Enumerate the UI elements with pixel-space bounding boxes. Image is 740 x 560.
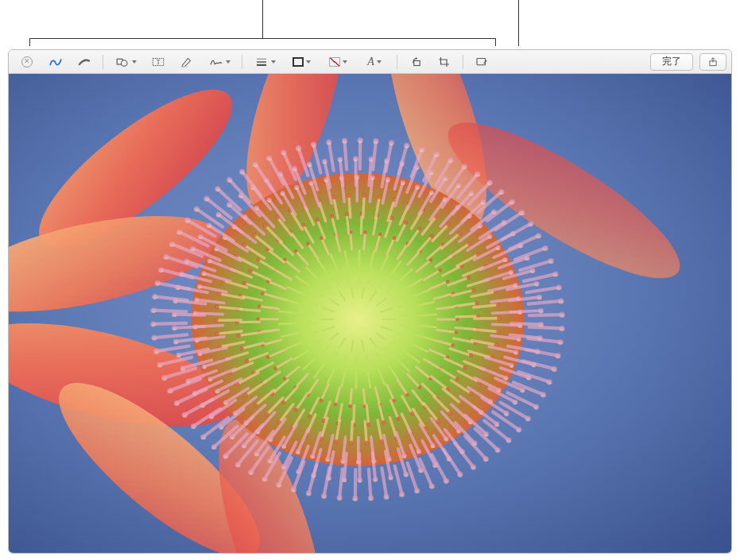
svg-point-340 xyxy=(154,280,160,286)
svg-point-326 xyxy=(223,454,228,459)
svg-point-76 xyxy=(294,408,298,412)
callout-bracket-right xyxy=(495,38,496,46)
svg-point-308 xyxy=(494,422,500,427)
svg-point-144 xyxy=(263,223,268,228)
svg-point-287 xyxy=(443,176,448,181)
svg-point-209 xyxy=(308,180,313,185)
svg-point-250 xyxy=(267,458,273,463)
draw-icon xyxy=(77,56,91,68)
svg-point-35 xyxy=(283,377,287,380)
svg-point-164 xyxy=(496,303,501,307)
draw-button[interactable] xyxy=(71,53,98,71)
svg-point-130 xyxy=(243,393,248,398)
shapes-button[interactable] xyxy=(108,53,143,71)
image-canvas[interactable]: (function(){ var ns="http://www.w3.org/2… xyxy=(9,74,731,553)
svg-point-199 xyxy=(201,271,206,276)
line-style-button[interactable] xyxy=(247,53,282,71)
chevron-down-icon xyxy=(226,60,231,64)
svg-point-390 xyxy=(483,456,489,462)
chevron-down-icon xyxy=(343,60,347,64)
svg-point-81 xyxy=(245,359,249,363)
svg-point-207 xyxy=(280,191,285,195)
svg-point-62 xyxy=(455,330,459,334)
svg-point-184 xyxy=(281,444,286,449)
svg-point-351 xyxy=(253,161,258,167)
svg-point-324 xyxy=(248,469,254,475)
svg-point-369 xyxy=(509,199,515,204)
svg-point-281 xyxy=(353,156,358,161)
annotate-button[interactable] xyxy=(468,53,495,71)
svg-point-192 xyxy=(202,364,207,369)
svg-point-233 xyxy=(503,376,508,380)
share-icon xyxy=(707,56,719,68)
svg-point-58 xyxy=(446,280,450,284)
rotate-button[interactable] xyxy=(402,53,429,71)
text-button[interactable]: T xyxy=(145,53,172,71)
svg-point-242 xyxy=(388,475,393,481)
done-button[interactable]: 完了 xyxy=(650,53,693,71)
svg-point-289 xyxy=(469,191,475,196)
svg-point-166 xyxy=(496,330,501,334)
svg-point-190 xyxy=(215,388,219,393)
svg-point-315 xyxy=(384,494,389,500)
svg-point-224 xyxy=(503,257,508,262)
text-style-button[interactable]: A xyxy=(357,53,392,71)
sketch-icon xyxy=(48,56,63,68)
svg-point-173 xyxy=(444,436,448,441)
svg-point-174 xyxy=(430,443,435,448)
svg-point-145 xyxy=(275,215,280,220)
svg-point-345 xyxy=(184,218,190,223)
svg-point-375 xyxy=(552,271,558,276)
svg-point-348 xyxy=(215,186,220,191)
svg-rect-9 xyxy=(477,58,486,64)
close-button[interactable]: ✕ xyxy=(14,53,41,71)
svg-point-200 xyxy=(207,258,212,263)
share-button[interactable] xyxy=(699,53,726,71)
svg-point-383 xyxy=(547,379,552,384)
svg-point-150 xyxy=(347,193,351,198)
sign-button[interactable] xyxy=(202,53,237,71)
svg-point-137 xyxy=(215,305,219,310)
svg-point-288 xyxy=(456,183,462,188)
sketch-button[interactable] xyxy=(42,53,69,71)
close-icon: ✕ xyxy=(21,56,33,68)
svg-point-71 xyxy=(366,423,370,427)
svg-rect-4 xyxy=(181,66,188,68)
svg-point-89 xyxy=(256,257,260,261)
border-color-button[interactable] xyxy=(284,53,319,71)
svg-point-359 xyxy=(373,138,378,144)
svg-point-82 xyxy=(240,346,244,350)
svg-point-135 xyxy=(215,331,219,336)
fill-color-button[interactable] xyxy=(320,53,355,71)
svg-point-217 xyxy=(429,190,434,195)
svg-point-316 xyxy=(368,495,374,500)
border-color-icon xyxy=(293,57,304,67)
svg-point-87 xyxy=(242,281,246,285)
svg-point-114 xyxy=(459,402,464,407)
svg-point-88 xyxy=(248,269,252,273)
svg-point-241 xyxy=(403,472,409,477)
svg-point-112 xyxy=(469,353,473,357)
crop-button[interactable] xyxy=(431,53,458,71)
svg-point-368 xyxy=(498,189,504,195)
svg-point-253 xyxy=(230,434,235,439)
svg-point-77 xyxy=(281,400,285,404)
svg-point-323 xyxy=(262,476,267,481)
svg-point-298 xyxy=(537,295,542,300)
svg-point-353 xyxy=(281,149,286,155)
highlight-button[interactable] xyxy=(173,53,200,71)
svg-point-374 xyxy=(548,258,554,264)
svg-point-373 xyxy=(543,245,548,251)
svg-point-327 xyxy=(211,444,217,450)
svg-point-347 xyxy=(203,195,209,201)
svg-point-122 xyxy=(349,441,354,446)
svg-point-136 xyxy=(214,318,219,322)
svg-point-320 xyxy=(306,490,312,496)
svg-point-176 xyxy=(401,454,406,458)
svg-point-313 xyxy=(414,488,420,493)
callout-line-annotate xyxy=(518,0,519,46)
svg-point-389 xyxy=(495,447,501,453)
svg-point-335 xyxy=(153,349,159,354)
toolbar-divider xyxy=(463,55,463,69)
font-icon: A xyxy=(367,56,374,68)
